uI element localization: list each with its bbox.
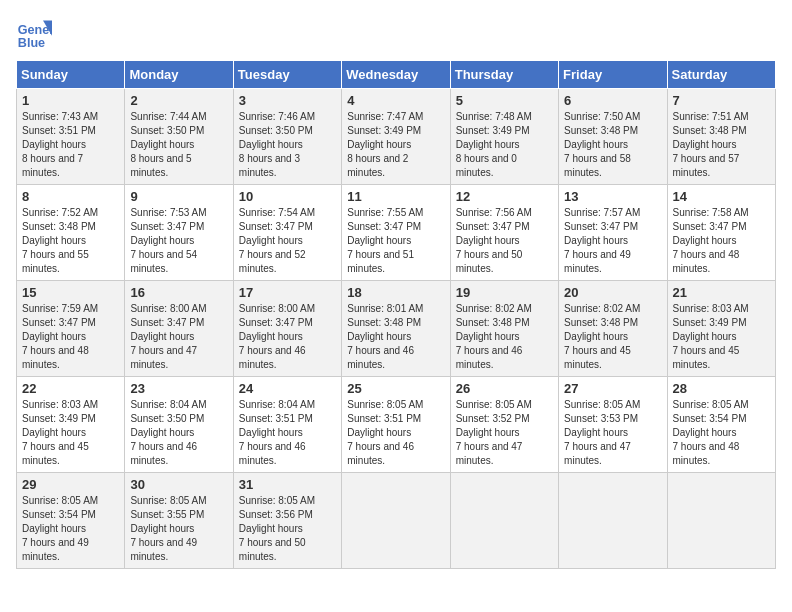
day-cell: 3Sunrise: 7:46 AMSunset: 3:50 PMDaylight…	[233, 89, 341, 185]
day-cell: 30Sunrise: 8:05 AMSunset: 3:55 PMDayligh…	[125, 473, 233, 569]
header-friday: Friday	[559, 61, 667, 89]
day-number: 8	[22, 189, 119, 204]
day-info: Sunrise: 8:00 AMSunset: 3:47 PMDaylight …	[239, 302, 336, 372]
day-cell: 23Sunrise: 8:04 AMSunset: 3:50 PMDayligh…	[125, 377, 233, 473]
day-number: 7	[673, 93, 770, 108]
day-info: Sunrise: 7:52 AMSunset: 3:48 PMDaylight …	[22, 206, 119, 276]
day-number: 9	[130, 189, 227, 204]
day-number: 30	[130, 477, 227, 492]
day-cell: 26Sunrise: 8:05 AMSunset: 3:52 PMDayligh…	[450, 377, 558, 473]
svg-text:Blue: Blue	[18, 36, 45, 50]
day-number: 15	[22, 285, 119, 300]
day-number: 21	[673, 285, 770, 300]
day-number: 1	[22, 93, 119, 108]
day-info: Sunrise: 8:05 AMSunset: 3:55 PMDaylight …	[130, 494, 227, 564]
logo-icon: General Blue	[16, 16, 52, 52]
day-cell: 11Sunrise: 7:55 AMSunset: 3:47 PMDayligh…	[342, 185, 450, 281]
day-cell: 16Sunrise: 8:00 AMSunset: 3:47 PMDayligh…	[125, 281, 233, 377]
day-number: 4	[347, 93, 444, 108]
day-info: Sunrise: 8:03 AMSunset: 3:49 PMDaylight …	[673, 302, 770, 372]
day-cell	[559, 473, 667, 569]
day-cell: 15Sunrise: 7:59 AMSunset: 3:47 PMDayligh…	[17, 281, 125, 377]
day-cell: 1Sunrise: 7:43 AMSunset: 3:51 PMDaylight…	[17, 89, 125, 185]
day-info: Sunrise: 7:57 AMSunset: 3:47 PMDaylight …	[564, 206, 661, 276]
header: General Blue	[16, 16, 776, 52]
day-cell: 2Sunrise: 7:44 AMSunset: 3:50 PMDaylight…	[125, 89, 233, 185]
day-info: Sunrise: 8:02 AMSunset: 3:48 PMDaylight …	[456, 302, 553, 372]
header-wednesday: Wednesday	[342, 61, 450, 89]
day-cell: 4Sunrise: 7:47 AMSunset: 3:49 PMDaylight…	[342, 89, 450, 185]
day-cell	[342, 473, 450, 569]
header-thursday: Thursday	[450, 61, 558, 89]
day-info: Sunrise: 8:05 AMSunset: 3:53 PMDaylight …	[564, 398, 661, 468]
day-number: 11	[347, 189, 444, 204]
day-number: 28	[673, 381, 770, 396]
day-cell: 6Sunrise: 7:50 AMSunset: 3:48 PMDaylight…	[559, 89, 667, 185]
header-monday: Monday	[125, 61, 233, 89]
day-info: Sunrise: 7:50 AMSunset: 3:48 PMDaylight …	[564, 110, 661, 180]
logo: General Blue	[16, 16, 52, 52]
day-info: Sunrise: 7:56 AMSunset: 3:47 PMDaylight …	[456, 206, 553, 276]
day-number: 14	[673, 189, 770, 204]
day-cell: 31Sunrise: 8:05 AMSunset: 3:56 PMDayligh…	[233, 473, 341, 569]
day-number: 6	[564, 93, 661, 108]
day-cell: 21Sunrise: 8:03 AMSunset: 3:49 PMDayligh…	[667, 281, 775, 377]
week-row-5: 29Sunrise: 8:05 AMSunset: 3:54 PMDayligh…	[17, 473, 776, 569]
day-cell: 20Sunrise: 8:02 AMSunset: 3:48 PMDayligh…	[559, 281, 667, 377]
day-info: Sunrise: 7:55 AMSunset: 3:47 PMDaylight …	[347, 206, 444, 276]
day-cell	[450, 473, 558, 569]
day-cell: 14Sunrise: 7:58 AMSunset: 3:47 PMDayligh…	[667, 185, 775, 281]
calendar-header: SundayMondayTuesdayWednesdayThursdayFrid…	[17, 61, 776, 89]
day-cell: 18Sunrise: 8:01 AMSunset: 3:48 PMDayligh…	[342, 281, 450, 377]
week-row-1: 1Sunrise: 7:43 AMSunset: 3:51 PMDaylight…	[17, 89, 776, 185]
day-number: 23	[130, 381, 227, 396]
day-number: 29	[22, 477, 119, 492]
week-row-2: 8Sunrise: 7:52 AMSunset: 3:48 PMDaylight…	[17, 185, 776, 281]
day-cell: 29Sunrise: 8:05 AMSunset: 3:54 PMDayligh…	[17, 473, 125, 569]
calendar-table: SundayMondayTuesdayWednesdayThursdayFrid…	[16, 60, 776, 569]
day-number: 25	[347, 381, 444, 396]
day-number: 24	[239, 381, 336, 396]
day-info: Sunrise: 7:59 AMSunset: 3:47 PMDaylight …	[22, 302, 119, 372]
day-number: 18	[347, 285, 444, 300]
day-cell: 13Sunrise: 7:57 AMSunset: 3:47 PMDayligh…	[559, 185, 667, 281]
day-cell: 5Sunrise: 7:48 AMSunset: 3:49 PMDaylight…	[450, 89, 558, 185]
day-info: Sunrise: 8:01 AMSunset: 3:48 PMDaylight …	[347, 302, 444, 372]
day-info: Sunrise: 7:53 AMSunset: 3:47 PMDaylight …	[130, 206, 227, 276]
day-cell: 10Sunrise: 7:54 AMSunset: 3:47 PMDayligh…	[233, 185, 341, 281]
day-number: 20	[564, 285, 661, 300]
day-info: Sunrise: 8:04 AMSunset: 3:51 PMDaylight …	[239, 398, 336, 468]
week-row-3: 15Sunrise: 7:59 AMSunset: 3:47 PMDayligh…	[17, 281, 776, 377]
day-cell: 7Sunrise: 7:51 AMSunset: 3:48 PMDaylight…	[667, 89, 775, 185]
header-tuesday: Tuesday	[233, 61, 341, 89]
day-info: Sunrise: 8:05 AMSunset: 3:54 PMDaylight …	[22, 494, 119, 564]
day-number: 12	[456, 189, 553, 204]
day-cell: 19Sunrise: 8:02 AMSunset: 3:48 PMDayligh…	[450, 281, 558, 377]
day-number: 16	[130, 285, 227, 300]
day-info: Sunrise: 7:58 AMSunset: 3:47 PMDaylight …	[673, 206, 770, 276]
day-info: Sunrise: 8:02 AMSunset: 3:48 PMDaylight …	[564, 302, 661, 372]
day-info: Sunrise: 7:46 AMSunset: 3:50 PMDaylight …	[239, 110, 336, 180]
day-info: Sunrise: 8:03 AMSunset: 3:49 PMDaylight …	[22, 398, 119, 468]
day-info: Sunrise: 7:48 AMSunset: 3:49 PMDaylight …	[456, 110, 553, 180]
day-info: Sunrise: 8:05 AMSunset: 3:56 PMDaylight …	[239, 494, 336, 564]
day-info: Sunrise: 7:51 AMSunset: 3:48 PMDaylight …	[673, 110, 770, 180]
day-info: Sunrise: 8:05 AMSunset: 3:52 PMDaylight …	[456, 398, 553, 468]
day-cell: 12Sunrise: 7:56 AMSunset: 3:47 PMDayligh…	[450, 185, 558, 281]
day-number: 26	[456, 381, 553, 396]
day-info: Sunrise: 7:43 AMSunset: 3:51 PMDaylight …	[22, 110, 119, 180]
day-info: Sunrise: 8:04 AMSunset: 3:50 PMDaylight …	[130, 398, 227, 468]
day-info: Sunrise: 7:47 AMSunset: 3:49 PMDaylight …	[347, 110, 444, 180]
day-cell: 28Sunrise: 8:05 AMSunset: 3:54 PMDayligh…	[667, 377, 775, 473]
day-info: Sunrise: 7:44 AMSunset: 3:50 PMDaylight …	[130, 110, 227, 180]
day-cell: 24Sunrise: 8:04 AMSunset: 3:51 PMDayligh…	[233, 377, 341, 473]
day-number: 5	[456, 93, 553, 108]
day-cell: 17Sunrise: 8:00 AMSunset: 3:47 PMDayligh…	[233, 281, 341, 377]
day-cell: 27Sunrise: 8:05 AMSunset: 3:53 PMDayligh…	[559, 377, 667, 473]
day-number: 19	[456, 285, 553, 300]
day-number: 27	[564, 381, 661, 396]
day-info: Sunrise: 8:00 AMSunset: 3:47 PMDaylight …	[130, 302, 227, 372]
day-number: 17	[239, 285, 336, 300]
day-cell	[667, 473, 775, 569]
day-cell: 9Sunrise: 7:53 AMSunset: 3:47 PMDaylight…	[125, 185, 233, 281]
